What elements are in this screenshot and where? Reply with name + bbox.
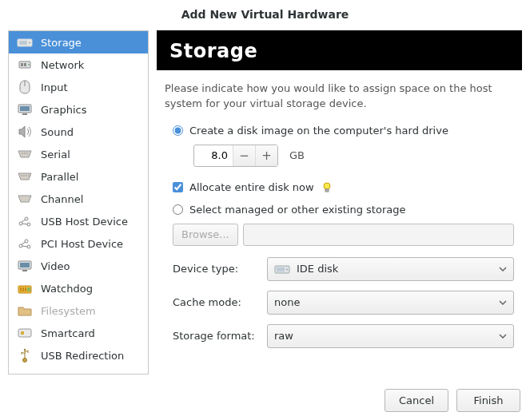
cache-mode-label: Cache mode: <box>173 296 261 308</box>
sidebar-item-sound[interactable]: Sound <box>9 121 148 143</box>
sidebar-item-video[interactable]: Video <box>9 255 148 277</box>
chevron-down-icon <box>499 267 507 271</box>
sidebar-item-label: Watchdog <box>41 283 93 295</box>
usb-redir-icon <box>17 348 33 363</box>
storage-format-label: Storage format: <box>173 330 261 342</box>
network-icon <box>17 57 33 72</box>
storage-icon <box>17 35 33 50</box>
sidebar-item-label: USB Host Device <box>41 216 128 228</box>
disk-icon <box>274 263 290 275</box>
device-type-label: Device type: <box>173 263 261 275</box>
allocate-label: Allocate entire disk now <box>189 181 314 193</box>
add-hardware-window: Add New Virtual Hardware Storage Network <box>0 0 530 420</box>
svg-rect-25 <box>20 263 30 267</box>
svg-point-17 <box>28 175 29 176</box>
watchdog-icon <box>17 281 33 295</box>
pci-host-icon <box>17 236 33 251</box>
svg-rect-4 <box>21 63 23 66</box>
sidebar-item-parallel[interactable]: Parallel <box>9 165 148 188</box>
panel-heading: Storage <box>157 30 522 70</box>
select-storage-radio[interactable] <box>173 204 183 215</box>
window-title: Add New Virtual Hardware <box>0 0 530 30</box>
storage-format-value: raw <box>274 330 293 342</box>
footer: Cancel Finish <box>0 381 530 420</box>
svg-rect-32 <box>18 329 31 337</box>
svg-rect-37 <box>325 189 329 192</box>
svg-rect-1 <box>19 41 27 45</box>
folder-icon <box>17 303 33 318</box>
sidebar-item-input[interactable]: Input <box>9 76 148 98</box>
sidebar-item-serial[interactable]: Serial <box>9 143 148 165</box>
svg-point-15 <box>23 175 24 176</box>
serial-icon <box>17 147 33 161</box>
storage-format-combo[interactable]: raw <box>267 324 514 348</box>
svg-point-40 <box>286 268 288 270</box>
device-type-value: IDE disk <box>297 263 338 275</box>
svg-point-21 <box>19 244 22 248</box>
allocate-checkbox[interactable] <box>173 182 183 192</box>
svg-rect-28 <box>20 287 22 291</box>
svg-rect-31 <box>27 287 30 291</box>
sidebar-item-filesystem[interactable]: Filesystem <box>9 299 148 322</box>
finish-button[interactable]: Finish <box>456 389 520 412</box>
svg-rect-9 <box>20 106 30 111</box>
video-icon <box>17 259 33 273</box>
select-storage-row: Select managed or other existing storage <box>173 204 514 216</box>
sidebar-item-pci-host[interactable]: PCI Host Device <box>9 232 148 255</box>
svg-rect-39 <box>277 267 285 271</box>
svg-point-16 <box>26 175 26 176</box>
allocate-row: Allocate entire disk now <box>173 181 514 194</box>
sidebar-item-network[interactable]: Network <box>9 53 148 76</box>
sidebar-item-label: Input <box>41 81 68 93</box>
chevron-down-icon <box>499 300 507 305</box>
sidebar-item-channel[interactable]: Channel <box>9 188 148 210</box>
sidebar-item-storage[interactable]: Storage <box>9 31 148 53</box>
sidebar-item-label: Network <box>41 59 84 71</box>
device-type-combo[interactable]: IDE disk <box>267 257 514 281</box>
size-decrement-button[interactable]: − <box>233 145 255 166</box>
sidebar-item-label: PCI Host Device <box>41 238 123 250</box>
sidebar-item-smartcard[interactable]: Smartcard <box>9 322 148 344</box>
size-spinner: − + <box>193 145 278 167</box>
speaker-icon <box>17 125 33 139</box>
cache-mode-combo[interactable]: none <box>267 291 514 315</box>
storage-path-input[interactable] <box>243 224 514 246</box>
sidebar-item-label: Sound <box>41 126 74 138</box>
smartcard-icon <box>17 326 33 340</box>
svg-point-11 <box>22 153 23 154</box>
create-disk-label: Create a disk image on the computer's ha… <box>189 125 448 137</box>
svg-point-14 <box>21 175 22 176</box>
main-panel: Storage Please indicate how you would li… <box>157 30 522 374</box>
sidebar-item-graphics[interactable]: Graphics <box>9 98 148 121</box>
svg-point-18 <box>19 222 22 225</box>
sidebar-item-label: Video <box>41 260 70 272</box>
svg-rect-29 <box>22 287 24 291</box>
svg-rect-26 <box>22 270 27 271</box>
browse-button[interactable]: Browse... <box>173 224 238 246</box>
create-disk-radio[interactable] <box>173 125 183 136</box>
svg-point-13 <box>26 153 28 154</box>
sidebar-item-label: Smartcard <box>41 327 95 339</box>
svg-rect-30 <box>25 287 26 291</box>
browse-row: Browse... <box>173 224 514 246</box>
sidebar-item-label: Serial <box>41 149 70 160</box>
svg-point-12 <box>24 153 26 154</box>
size-input[interactable] <box>194 145 233 166</box>
sidebar-item-watchdog[interactable]: Watchdog <box>9 277 148 299</box>
size-row: − + GB <box>193 145 514 167</box>
sidebar-item-usb-redir[interactable]: USB Redirection <box>9 344 148 367</box>
sidebar-item-label: Parallel <box>41 171 78 183</box>
content-area: Storage Network Input Graphics <box>0 30 530 381</box>
monitor-icon <box>17 102 33 117</box>
sidebar-item-usb-host[interactable]: USB Host Device <box>9 210 148 232</box>
svg-rect-33 <box>21 331 24 335</box>
svg-point-6 <box>28 64 30 65</box>
sidebar-item-label: Filesystem <box>41 305 96 317</box>
sidebar-item-label: Graphics <box>41 104 86 116</box>
chevron-down-icon <box>499 334 507 339</box>
svg-point-2 <box>29 42 30 44</box>
cancel-button[interactable]: Cancel <box>385 389 448 412</box>
size-increment-button[interactable]: + <box>255 145 277 166</box>
svg-point-35 <box>24 349 26 351</box>
channel-icon <box>17 192 33 206</box>
